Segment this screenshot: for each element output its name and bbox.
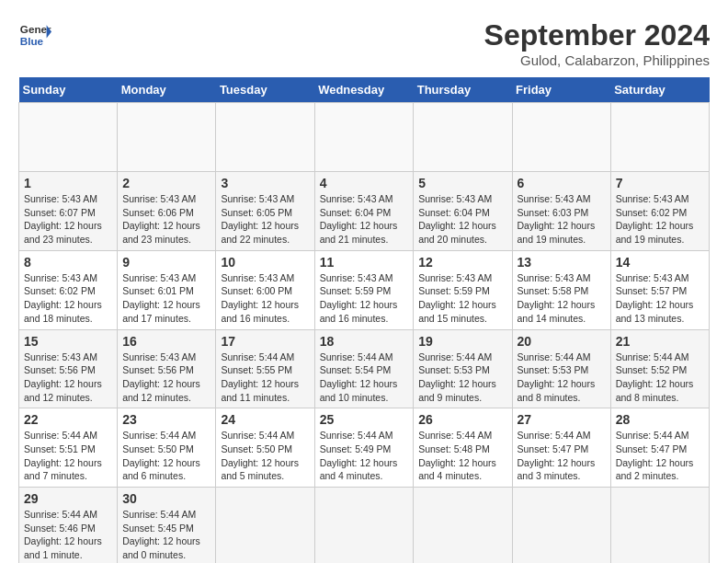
day-number: 15 — [24, 334, 112, 349]
day-detail: Sunrise: 5:43 AM Sunset: 6:02 PM Dayligh… — [24, 271, 112, 326]
month-title: September 2024 — [484, 18, 710, 52]
calendar-cell: 30Sunrise: 5:44 AM Sunset: 5:45 PM Dayli… — [118, 488, 216, 564]
calendar-cell — [610, 103, 709, 172]
day-number: 18 — [320, 334, 409, 349]
day-number: 25 — [320, 412, 409, 427]
logo: General Blue — [18, 18, 51, 52]
calendar-cell: 17Sunrise: 5:44 AM Sunset: 5:55 PM Dayli… — [216, 329, 314, 408]
day-detail: Sunrise: 5:43 AM Sunset: 5:56 PM Dayligh… — [122, 350, 210, 405]
calendar-cell: 13Sunrise: 5:43 AM Sunset: 5:58 PM Dayli… — [512, 250, 610, 329]
day-number: 20 — [518, 334, 606, 349]
day-detail: Sunrise: 5:44 AM Sunset: 5:49 PM Dayligh… — [320, 429, 409, 483]
day-number: 5 — [418, 176, 506, 190]
day-number: 22 — [24, 412, 112, 427]
day-detail: Sunrise: 5:44 AM Sunset: 5:51 PM Dayligh… — [24, 429, 112, 483]
calendar-cell — [512, 103, 610, 172]
day-number: 9 — [122, 255, 210, 270]
day-detail: Sunrise: 5:44 AM Sunset: 5:53 PM Dayligh… — [518, 350, 606, 405]
calendar-cell — [314, 103, 414, 172]
day-detail: Sunrise: 5:43 AM Sunset: 5:59 PM Dayligh… — [320, 271, 409, 326]
calendar-week-row: 1Sunrise: 5:43 AM Sunset: 6:07 PM Daylig… — [19, 172, 710, 251]
day-detail: Sunrise: 5:44 AM Sunset: 5:50 PM Dayligh… — [122, 429, 210, 483]
calendar-cell: 22Sunrise: 5:44 AM Sunset: 5:51 PM Dayli… — [19, 408, 118, 488]
day-detail: Sunrise: 5:44 AM Sunset: 5:47 PM Dayligh… — [616, 429, 704, 483]
day-number: 6 — [518, 176, 606, 190]
day-number: 11 — [320, 255, 409, 270]
calendar-week-row — [19, 103, 710, 172]
calendar-cell — [610, 488, 709, 564]
calendar-cell: 1Sunrise: 5:43 AM Sunset: 6:07 PM Daylig… — [19, 172, 118, 251]
calendar-cell: 8Sunrise: 5:43 AM Sunset: 6:02 PM Daylig… — [19, 250, 118, 329]
calendar-week-row: 29Sunrise: 5:44 AM Sunset: 5:46 PM Dayli… — [19, 488, 710, 564]
day-detail: Sunrise: 5:44 AM Sunset: 5:54 PM Dayligh… — [320, 350, 409, 405]
calendar-cell — [216, 103, 314, 172]
calendar-week-row: 22Sunrise: 5:44 AM Sunset: 5:51 PM Dayli… — [19, 408, 710, 488]
calendar-cell: 24Sunrise: 5:44 AM Sunset: 5:50 PM Dayli… — [216, 408, 314, 488]
day-number: 3 — [221, 176, 309, 190]
day-detail: Sunrise: 5:44 AM Sunset: 5:46 PM Dayligh… — [24, 508, 112, 562]
day-detail: Sunrise: 5:44 AM Sunset: 5:50 PM Dayligh… — [221, 429, 309, 483]
calendar-cell: 3Sunrise: 5:43 AM Sunset: 6:05 PM Daylig… — [216, 172, 314, 251]
day-detail: Sunrise: 5:43 AM Sunset: 6:00 PM Dayligh… — [221, 271, 309, 326]
calendar-cell: 18Sunrise: 5:44 AM Sunset: 5:54 PM Dayli… — [314, 329, 414, 408]
calendar-cell: 6Sunrise: 5:43 AM Sunset: 6:03 PM Daylig… — [512, 172, 610, 251]
day-number: 10 — [221, 255, 309, 270]
day-detail: Sunrise: 5:43 AM Sunset: 6:05 PM Dayligh… — [221, 192, 309, 247]
day-number: 30 — [122, 491, 210, 506]
day-detail: Sunrise: 5:44 AM Sunset: 5:48 PM Dayligh… — [418, 429, 506, 483]
calendar-cell: 2Sunrise: 5:43 AM Sunset: 6:06 PM Daylig… — [118, 172, 216, 251]
calendar-cell: 14Sunrise: 5:43 AM Sunset: 5:57 PM Dayli… — [610, 250, 709, 329]
day-number: 24 — [221, 412, 309, 427]
day-detail: Sunrise: 5:44 AM Sunset: 5:47 PM Dayligh… — [518, 429, 606, 483]
day-detail: Sunrise: 5:43 AM Sunset: 6:02 PM Dayligh… — [616, 192, 704, 247]
calendar-week-row: 15Sunrise: 5:43 AM Sunset: 5:56 PM Dayli… — [19, 329, 710, 408]
calendar-cell — [414, 103, 512, 172]
calendar-cell: 12Sunrise: 5:43 AM Sunset: 5:59 PM Dayli… — [414, 250, 512, 329]
day-number: 27 — [518, 412, 606, 427]
calendar-cell — [19, 103, 118, 172]
day-number: 12 — [418, 255, 506, 270]
svg-text:Blue: Blue — [20, 35, 44, 47]
calendar-table: SundayMondayTuesdayWednesdayThursdayFrid… — [18, 77, 710, 563]
calendar-cell: 10Sunrise: 5:43 AM Sunset: 6:00 PM Dayli… — [216, 250, 314, 329]
day-number: 16 — [122, 334, 210, 349]
calendar-cell: 19Sunrise: 5:44 AM Sunset: 5:53 PM Dayli… — [414, 329, 512, 408]
day-detail: Sunrise: 5:43 AM Sunset: 6:06 PM Dayligh… — [122, 192, 210, 247]
day-number: 2 — [122, 176, 210, 190]
day-number: 8 — [24, 255, 112, 270]
day-detail: Sunrise: 5:43 AM Sunset: 6:07 PM Dayligh… — [24, 192, 112, 247]
day-detail: Sunrise: 5:43 AM Sunset: 5:56 PM Dayligh… — [24, 350, 112, 405]
calendar-cell — [118, 103, 216, 172]
day-number: 7 — [616, 176, 704, 190]
day-number: 1 — [24, 176, 112, 190]
day-detail: Sunrise: 5:43 AM Sunset: 5:59 PM Dayligh… — [418, 271, 506, 326]
weekday-header-thursday: Thursday — [414, 77, 512, 103]
day-number: 29 — [24, 491, 112, 506]
calendar-cell: 15Sunrise: 5:43 AM Sunset: 5:56 PM Dayli… — [19, 329, 118, 408]
day-number: 28 — [616, 412, 704, 427]
calendar-cell — [314, 488, 414, 564]
calendar-cell: 27Sunrise: 5:44 AM Sunset: 5:47 PM Dayli… — [512, 408, 610, 488]
day-number: 14 — [616, 255, 704, 270]
weekday-header-saturday: Saturday — [610, 77, 709, 103]
weekday-header-tuesday: Tuesday — [216, 77, 314, 103]
calendar-cell: 26Sunrise: 5:44 AM Sunset: 5:48 PM Dayli… — [414, 408, 512, 488]
title-area: September 2024 Gulod, Calabarzon, Philip… — [484, 18, 710, 68]
day-number: 19 — [418, 334, 506, 349]
day-number: 21 — [616, 334, 704, 349]
weekday-header-sunday: Sunday — [19, 77, 118, 103]
day-detail: Sunrise: 5:44 AM Sunset: 5:55 PM Dayligh… — [221, 350, 309, 405]
day-detail: Sunrise: 5:44 AM Sunset: 5:53 PM Dayligh… — [418, 350, 506, 405]
weekday-header-row: SundayMondayTuesdayWednesdayThursdayFrid… — [19, 77, 710, 103]
calendar-cell — [216, 488, 314, 564]
calendar-cell: 20Sunrise: 5:44 AM Sunset: 5:53 PM Dayli… — [512, 329, 610, 408]
day-detail: Sunrise: 5:43 AM Sunset: 6:03 PM Dayligh… — [518, 192, 606, 247]
calendar-cell: 23Sunrise: 5:44 AM Sunset: 5:50 PM Dayli… — [118, 408, 216, 488]
day-number: 23 — [122, 412, 210, 427]
calendar-cell: 29Sunrise: 5:44 AM Sunset: 5:46 PM Dayli… — [19, 488, 118, 564]
calendar-cell: 9Sunrise: 5:43 AM Sunset: 6:01 PM Daylig… — [118, 250, 216, 329]
day-number: 4 — [320, 176, 409, 190]
day-number: 26 — [418, 412, 506, 427]
day-detail: Sunrise: 5:43 AM Sunset: 6:04 PM Dayligh… — [320, 192, 409, 247]
calendar-cell: 7Sunrise: 5:43 AM Sunset: 6:02 PM Daylig… — [610, 172, 709, 251]
